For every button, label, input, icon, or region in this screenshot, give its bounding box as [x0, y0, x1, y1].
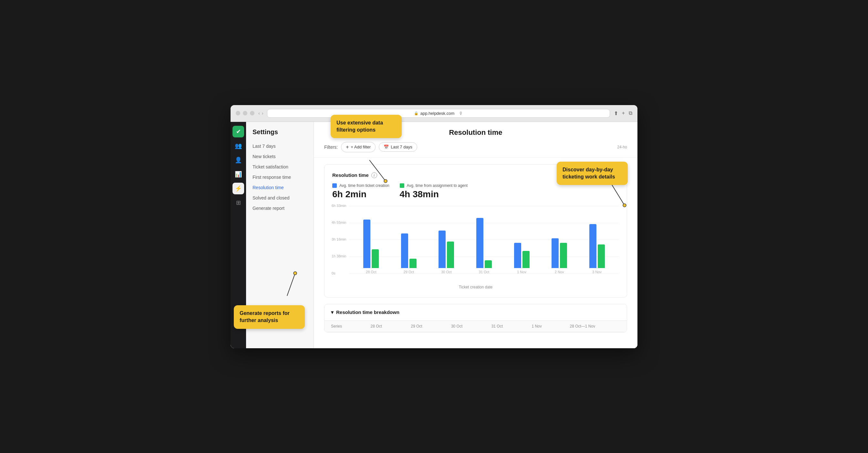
address-bar[interactable]: 🔒 app.helpdesk.com 🎙 [267, 109, 610, 118]
bar-group: 3 Nov [589, 224, 605, 274]
x-axis-label: Ticket creation date [332, 285, 619, 289]
sidebar-icon-chart[interactable]: 📊 [232, 168, 244, 180]
bar-group: 31 Oct [476, 218, 492, 274]
calendar-icon: 📅 [383, 144, 389, 149]
new-tab-icon[interactable]: + [622, 110, 625, 116]
bars [589, 224, 605, 268]
plus-icon: + [346, 144, 349, 150]
bar-green [523, 251, 530, 268]
bars [476, 218, 492, 268]
bars [514, 243, 530, 268]
chart-legend: Avg. time from ticket creation 6h 2min A… [332, 183, 619, 199]
bar-date-label: 3 Nov [592, 270, 601, 274]
tooltip-generate: Generate reports for further analysis [234, 305, 305, 329]
sidebar-icon-people[interactable]: 👥 [232, 140, 244, 152]
bar-green [485, 260, 492, 268]
breakdown-table: Series 28 Oct 29 Oct 30 Oct 31 Oct 1 Nov… [324, 321, 627, 332]
bar-group: 1 Nov [514, 243, 530, 274]
legend-green-value: 4h 38min [400, 189, 468, 199]
sidebar-icon-checkmark[interactable]: ✔ [232, 126, 244, 137]
mic-icon: 🎙 [459, 111, 463, 116]
bars [401, 233, 416, 268]
grid-label-4: 1h 38min [332, 254, 346, 258]
bar-date-label: 2 Nov [555, 270, 564, 274]
bar-group: 28 Oct [363, 220, 379, 274]
add-filter-button[interactable]: + + Add filter [341, 142, 376, 152]
forward-icon[interactable]: › [262, 111, 264, 116]
url-text: app.helpdesk.com [421, 111, 455, 116]
lock-icon: 🔒 [414, 111, 418, 115]
bar-date-label: 31 Oct [479, 270, 489, 274]
col-series: Series [324, 321, 364, 332]
tooltip-discover: Discover day-by-day ticketing work detai… [557, 162, 628, 185]
grid-label-1: 6h 33min [332, 204, 346, 207]
tooltip-discover-text: Discover day-by-day ticketing work detai… [562, 167, 615, 179]
col-range: 28 Oct—1 Nov [563, 321, 627, 332]
bar-green [409, 259, 416, 268]
back-icon[interactable]: ‹ [258, 111, 260, 116]
time-indicator: 24-ho [617, 145, 627, 149]
table-header-row: Series 28 Oct 29 Oct 30 Oct 31 Oct 1 Nov… [324, 321, 627, 332]
bar-green [598, 245, 605, 268]
breakdown-title: Resolution time breakdown [336, 309, 399, 315]
menu-item-new-tickets[interactable]: New tickets [246, 151, 314, 162]
legend-blue-value: 6h 2min [332, 189, 390, 199]
bar-blue [552, 238, 559, 268]
legend-dot-blue [332, 183, 337, 188]
browser-chrome: ‹ › 🔒 app.helpdesk.com 🎙 ⬆ + ⧉ [230, 105, 638, 122]
bar-blue [589, 224, 596, 268]
bar-group: 30 Oct [438, 230, 454, 274]
bars-container: 28 Oct29 Oct30 Oct31 Oct1 Nov2 Nov3 Nov [349, 206, 619, 274]
grid-label-2: 4h 55min [332, 221, 346, 224]
main-content: Resolution time Filters: + + Add filter … [314, 122, 638, 348]
bar-blue [514, 243, 521, 268]
breakdown-section: ▾ Resolution time breakdown Series 28 Oc… [324, 304, 627, 332]
bars [438, 230, 454, 268]
chart-title: Resolution time [332, 172, 369, 178]
menu-item-generate-report[interactable]: Generate report [246, 203, 314, 214]
date-range-button[interactable]: 📅 Last 7 days [379, 142, 417, 152]
menu-item-last7days[interactable]: Last 7 days [246, 141, 314, 151]
col-29oct: 29 Oct [404, 321, 445, 332]
bar-chart-area: 6h 33min 4h 55min 3h 16min 1h 38min 0s [332, 206, 619, 284]
col-1nov: 1 Nov [525, 321, 563, 332]
legend-green: Avg. time from assignment to agent 4h 38… [400, 183, 468, 199]
legend-blue-label: Avg. time from ticket creation [339, 183, 390, 188]
col-30oct: 30 Oct [445, 321, 485, 332]
settings-menu: Last 7 days New tickets Ticket satisfact… [246, 141, 314, 214]
breakdown-header[interactable]: ▾ Resolution time breakdown [324, 304, 627, 321]
filters-label: Filters: [324, 144, 338, 150]
minimize-btn[interactable] [243, 111, 247, 115]
tooltip-generate-text: Generate reports for further analysis [240, 310, 290, 323]
tooltip-filtering-text: Use extensive data filtering options [337, 120, 383, 133]
maximize-btn[interactable] [250, 111, 254, 115]
bars [363, 220, 379, 268]
menu-item-solved-closed[interactable]: Solved and closed [246, 193, 314, 203]
bar-group: 29 Oct [401, 233, 416, 274]
sidebar-icon-person[interactable]: 👤 [232, 154, 244, 166]
settings-title: Settings [246, 129, 314, 141]
menu-item-first-response[interactable]: First response time [246, 172, 314, 182]
browser-actions: ⬆ + ⧉ [614, 110, 632, 116]
browser-controls [236, 111, 254, 115]
sidebar-icon-grid[interactable]: ⊞ [232, 197, 244, 208]
grid-label-5: 0s [332, 271, 336, 275]
bar-green [447, 242, 454, 268]
share-icon[interactable]: ⬆ [614, 110, 618, 116]
bar-blue [476, 218, 484, 268]
bar-group: 2 Nov [552, 238, 567, 274]
bar-blue [438, 230, 445, 268]
sidebar-icon-lightning[interactable]: ⚡ [232, 183, 244, 194]
col-28oct: 28 Oct [364, 321, 405, 332]
menu-item-ticket-satisfaction[interactable]: Ticket satisfaction [246, 162, 314, 172]
legend-blue: Avg. time from ticket creation 6h 2min [332, 183, 390, 199]
close-btn[interactable] [236, 111, 240, 115]
date-range-label: Last 7 days [391, 144, 412, 149]
bar-green [560, 243, 567, 268]
tabs-icon[interactable]: ⧉ [629, 110, 632, 116]
bar-date-label: 29 Oct [404, 270, 414, 274]
filters-bar: Filters: + + Add filter 📅 Last 7 days 24… [324, 142, 627, 152]
add-filter-label: + Add filter [351, 144, 371, 149]
info-icon[interactable]: i [371, 172, 377, 178]
menu-item-resolution-time[interactable]: Resolution time [246, 182, 314, 193]
